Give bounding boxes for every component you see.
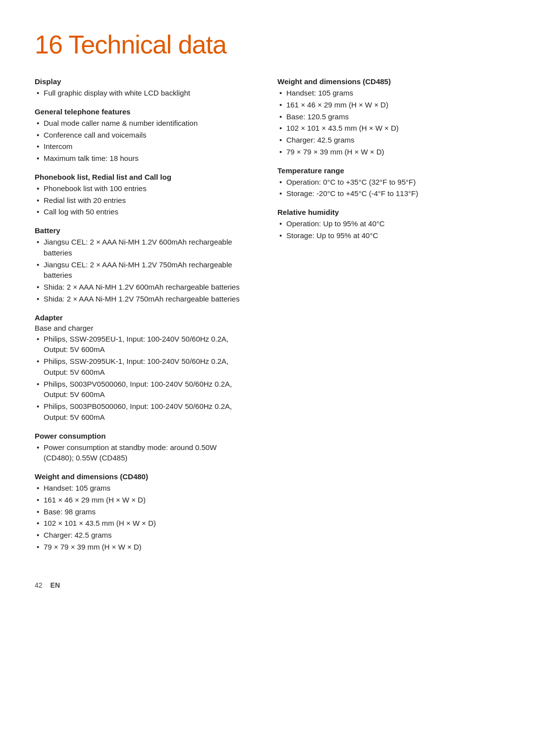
section-temperature: Temperature range Operation: 0°C to +35°…: [277, 166, 500, 200]
list-item: Maximum talk time: 18 hours: [35, 153, 248, 164]
section-battery-title: Battery: [35, 226, 248, 235]
list-item: 79 × 79 × 39 mm (H × W × D): [35, 542, 248, 553]
list-item: 161 × 46 × 29 mm (H × W × D): [35, 495, 248, 505]
list-item: Conference call and voicemails: [35, 130, 248, 141]
left-column: Display Full graphic display with white …: [35, 77, 268, 561]
list-item: Base: 98 grams: [35, 506, 248, 517]
adapter-subtitle: Base and charger: [35, 324, 248, 332]
section-humidity-title: Relative humidity: [277, 208, 500, 216]
list-item: Philips, SSW-2095EU-1, Input: 100-240V 5…: [35, 334, 248, 355]
list-item: Philips, S003PV0500060, Input: 100-240V …: [35, 379, 248, 401]
section-humidity: Relative humidity Operation: Up to 95% a…: [277, 208, 500, 241]
list-item: Philips, S003PB0500060, Input: 100-240V …: [35, 401, 248, 423]
section-adapter-title: Adapter: [35, 313, 248, 322]
list-item: Philips, SSW-2095UK-1, Input: 100-240V 5…: [35, 356, 248, 378]
list-item: Intercom: [35, 141, 248, 152]
list-item: 102 × 101 × 43.5 mm (H × W × D): [35, 518, 248, 529]
footer-page-number: 42: [35, 581, 43, 589]
section-weight-cd480-title: Weight and dimensions (CD480): [35, 472, 248, 481]
list-item: Base: 120.5 grams: [277, 111, 500, 122]
page-title: 16 Technical data: [35, 30, 500, 59]
list-item: Jiangsu CEL: 2 × AAA Ni-MH 1.2V 600mAh r…: [35, 237, 248, 258]
list-item: 102 × 101 × 43.5 mm (H × W × D): [277, 123, 500, 134]
list-item: Shida: 2 × AAA Ni-MH 1.2V 750mAh recharg…: [35, 294, 248, 304]
list-item: Charger: 42.5 grams: [35, 530, 248, 541]
list-item: Full graphic display with white LCD back…: [35, 88, 248, 99]
section-display: Display Full graphic display with white …: [35, 77, 248, 99]
page-footer: 42 EN: [35, 581, 500, 589]
list-item: Shida: 2 × AAA Ni-MH 1.2V 600mAh recharg…: [35, 282, 248, 293]
section-phonebook: Phonebook list, Redial list and Call log…: [35, 173, 248, 217]
section-phonebook-title: Phonebook list, Redial list and Call log: [35, 173, 248, 181]
list-item: Power consumption at standby mode: aroun…: [35, 442, 248, 464]
section-weight-cd485: Weight and dimensions (CD485) Handset: 1…: [277, 77, 500, 157]
list-item: Jiangsu CEL: 2 × AAA Ni-MH 1.2V 750mAh r…: [35, 259, 248, 281]
section-weight-cd480: Weight and dimensions (CD480) Handset: 1…: [35, 472, 248, 553]
list-item: Storage: Up to 95% at 40°C: [277, 230, 500, 241]
section-temperature-title: Temperature range: [277, 166, 500, 175]
list-item: 161 × 46 × 29 mm (H × W × D): [277, 100, 500, 110]
list-item: Charger: 42.5 grams: [277, 135, 500, 146]
right-column: Weight and dimensions (CD485) Handset: 1…: [268, 77, 500, 561]
section-adapter: Adapter Base and charger Philips, SSW-20…: [35, 313, 248, 423]
list-item: Operation: Up to 95% at 40°C: [277, 218, 500, 229]
section-battery: Battery Jiangsu CEL: 2 × AAA Ni-MH 1.2V …: [35, 226, 248, 304]
section-power: Power consumption Power consumption at s…: [35, 432, 248, 464]
section-power-title: Power consumption: [35, 432, 248, 440]
list-item: Redial list with 20 entries: [35, 195, 248, 206]
list-item: Handset: 105 grams: [277, 88, 500, 99]
list-item: Dual mode caller name & number identific…: [35, 118, 248, 129]
list-item: Handset: 105 grams: [35, 483, 248, 494]
section-weight-cd485-title: Weight and dimensions (CD485): [277, 77, 500, 86]
footer-language: EN: [51, 581, 60, 589]
section-general-features-title: General telephone features: [35, 107, 248, 116]
list-item: 79 × 79 × 39 mm (H × W × D): [277, 147, 500, 157]
list-item: Call log with 50 entries: [35, 206, 248, 217]
list-item: Storage: -20°C to +45°C (-4°F to 113°F): [277, 188, 500, 199]
section-display-title: Display: [35, 77, 248, 86]
section-general-features: General telephone features Dual mode cal…: [35, 107, 248, 164]
list-item: Phonebook list with 100 entries: [35, 183, 248, 194]
list-item: Operation: 0°C to +35°C (32°F to 95°F): [277, 177, 500, 188]
